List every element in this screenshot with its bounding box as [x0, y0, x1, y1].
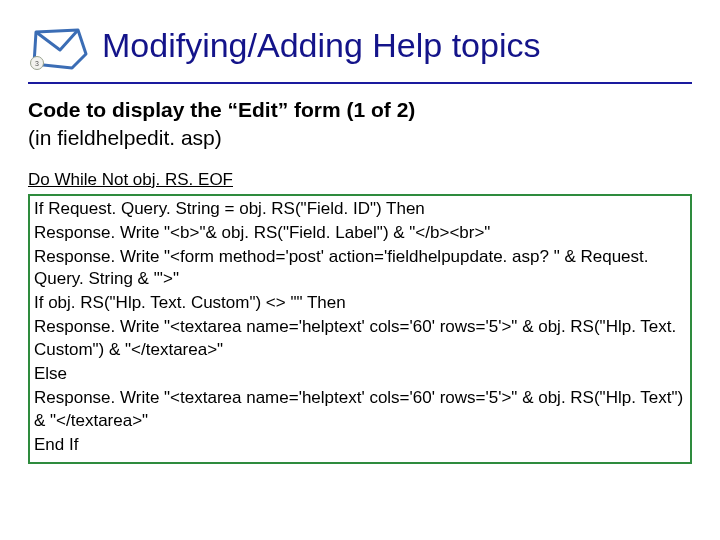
subtitle-plain-line: (in fieldhelpedit. asp): [28, 126, 222, 149]
slide-header: 3 Modifying/Adding Help topics: [28, 20, 692, 76]
code-line: Response. Write "<textarea name='helptex…: [34, 316, 686, 362]
code-line: If obj. RS("Hlp. Text. Custom") <> "" Th…: [34, 292, 686, 315]
subtitle-bold-line: Code to display the “Edit” form (1 of 2): [28, 98, 415, 121]
code-line: Response. Write "<b>"& obj. RS("Field. L…: [34, 222, 686, 245]
code-line: End If: [34, 434, 686, 457]
code-line: If Request. Query. String = obj. RS("Fie…: [34, 198, 686, 221]
header-divider: [28, 82, 692, 84]
slide-container: 3 Modifying/Adding Help topics Code to d…: [0, 0, 720, 540]
code-line: Response. Write "<form method='post' act…: [34, 246, 686, 292]
code-line: Response. Write "<textarea name='helptex…: [34, 387, 686, 433]
code-line: Else: [34, 363, 686, 386]
slide-subtitle: Code to display the “Edit” form (1 of 2)…: [28, 96, 692, 153]
slide-title: Modifying/Adding Help topics: [102, 20, 692, 65]
code-block: Do While Not obj. RS. EOF If Request. Qu…: [28, 169, 692, 464]
envelope-icon: 3: [28, 20, 92, 76]
code-boxed-region: If Request. Query. String = obj. RS("Fie…: [28, 194, 692, 464]
slide-number-badge: 3: [30, 56, 44, 70]
code-line: Do While Not obj. RS. EOF: [28, 169, 692, 192]
